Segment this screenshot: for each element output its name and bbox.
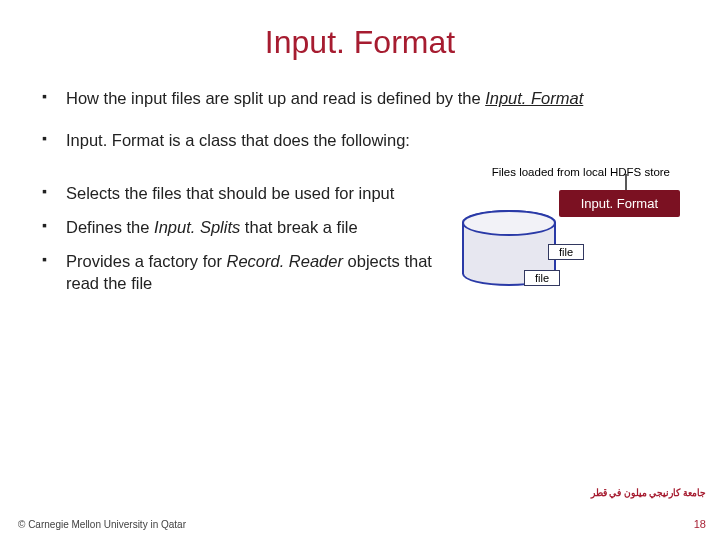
bullet-4-keyword: Input. Splits [154,218,240,236]
bullet-1: How the input files are split up and rea… [40,87,680,109]
file-box-1: file [548,244,584,260]
bullet-list-lower: Selects the files that should be used fo… [40,182,444,295]
bullet-4-post: that break a file [240,218,357,236]
bullet-4: Defines the Input. Splits that break a f… [40,216,444,238]
files-loaded-label: Files loaded from local HDFS store [40,166,680,178]
slide-title: Input. Format [40,24,680,61]
lower-section: Selects the files that should be used fo… [40,182,680,322]
slide: Input. Format How the input files are sp… [0,0,720,540]
bullet-1-keyword: Input. Format [485,89,583,107]
cmu-qatar-logo: جامعة كارنيجي ميلون في قطر [556,488,706,514]
diagram: Input. Format file file [458,182,680,322]
bullet-5-keyword: Record. Reader [226,252,342,270]
bullet-4-pre: Defines the [66,218,154,236]
copyright-text: © Carnegie Mellon University in Qatar [18,519,186,530]
page-number: 18 [694,518,706,530]
footer: © Carnegie Mellon University in Qatar 18 [18,518,706,530]
bullet-list: How the input files are split up and rea… [40,87,680,152]
logo-arabic-line: جامعة كارنيجي ميلون في قطر [591,488,706,499]
bullet-1-text: How the input files are split up and rea… [66,89,485,107]
bullet-3: Selects the files that should be used fo… [40,182,444,204]
bullet-5: Provides a factory for Record. Reader ob… [40,250,444,295]
input-format-badge: Input. Format [559,190,680,217]
file-box-2: file [524,270,560,286]
bullet-2: Input. Format is a class that does the f… [40,129,680,151]
bullet-5-pre: Provides a factory for [66,252,226,270]
